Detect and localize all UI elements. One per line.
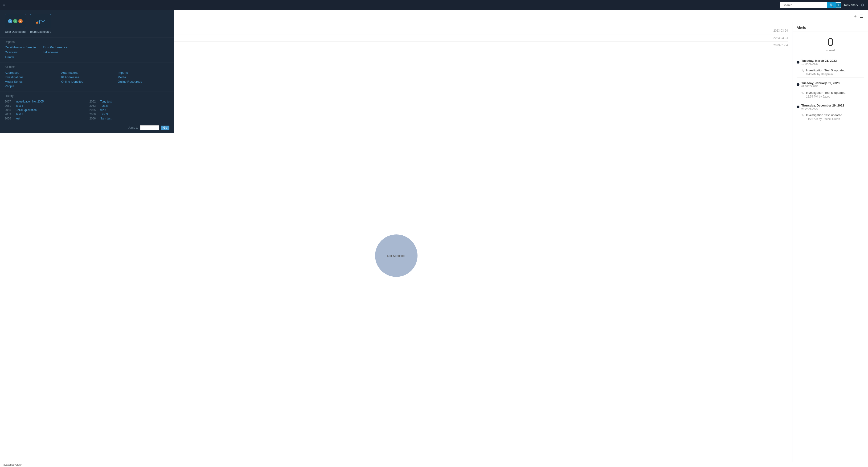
team-chart-svg bbox=[36, 18, 45, 25]
timeline-dot-1 bbox=[797, 61, 800, 64]
takedowns-link[interactable]: Takedowns bbox=[43, 50, 67, 55]
alerts-title: Alerts bbox=[797, 26, 806, 29]
online-resources-link[interactable]: Online Resources bbox=[118, 80, 169, 84]
history-item-2066: 2066 Sam test bbox=[90, 116, 169, 121]
header-actions: + ☰ bbox=[854, 14, 863, 19]
history-item-2059: 2059 Test 2 bbox=[5, 112, 85, 116]
history-name-2060[interactable]: Test 3 bbox=[100, 113, 108, 116]
ip-addresses-link[interactable]: IP Addresses bbox=[61, 75, 113, 80]
user-dashboard-icon-box: ● ↺ ▦ bbox=[5, 14, 26, 28]
history-name-2065[interactable]: w23t bbox=[100, 108, 106, 112]
timeline-group-3: Thursday, December 29, 2022 94 DAYS AGO … bbox=[797, 104, 864, 122]
mini-circle-orange: ▦ bbox=[19, 19, 23, 23]
edit-icon-2: ✎ bbox=[801, 91, 804, 98]
add-button[interactable]: + bbox=[854, 14, 857, 19]
list-view-button[interactable]: ☰ bbox=[860, 14, 863, 19]
all-items-section: All items Addresses Investigations Media… bbox=[0, 62, 174, 91]
timeline-days-ago-1: 12 DAYS AGO bbox=[801, 62, 837, 65]
jump-to-input[interactable] bbox=[140, 125, 159, 130]
history-name-2066[interactable]: Sam test bbox=[100, 117, 112, 120]
timeline-date-text-3: Thursday, December 29, 2022 bbox=[801, 104, 844, 107]
addresses-link[interactable]: Addresses bbox=[5, 70, 57, 75]
user-name: Tony Stark bbox=[844, 3, 858, 7]
timeline-entry-1: ✎ Investigation 'Test 5' updated. 8:43 A… bbox=[797, 67, 864, 77]
retail-analysis-link[interactable]: Retail Analysis Sample bbox=[5, 45, 36, 50]
history-col-1: 2067 Investigation No. 2005 2061 Test 4 … bbox=[5, 99, 85, 121]
all-items-col-3: Imports Media Online Resources bbox=[118, 70, 169, 88]
history-name-2059[interactable]: Test 2 bbox=[16, 113, 23, 116]
history-id-2063: 2063 bbox=[90, 104, 98, 107]
alerts-panel: Alerts 0 unread Tuesday, March 21, 2023 bbox=[793, 22, 868, 467]
trends-link[interactable]: Trends bbox=[5, 55, 36, 59]
svg-rect-1 bbox=[39, 21, 40, 24]
media-series-link[interactable]: Media Series bbox=[5, 80, 57, 84]
entry-time-1: 8:43 AM by Benjamin bbox=[806, 72, 846, 76]
timeline-date-text-2: Tuesday, January 31, 2023 bbox=[801, 81, 839, 85]
timeline-entry-3: ✎ Investigation 'test' updated. 11:23 AM… bbox=[797, 112, 864, 122]
history-item-2063: 2063 Test 5 bbox=[90, 104, 169, 108]
history-id-2066: 2066 bbox=[90, 117, 98, 120]
overview-link[interactable]: Overview bbox=[5, 50, 36, 55]
history-id-2056: 2056 bbox=[5, 117, 13, 120]
media-link[interactable]: Media bbox=[118, 75, 169, 80]
timeline-date-info-3: Thursday, December 29, 2022 94 DAYS AGO bbox=[801, 104, 844, 110]
history-name-2063[interactable]: Test 5 bbox=[100, 104, 108, 107]
history-section: History 2067 Investigation No. 2005 2061… bbox=[0, 91, 174, 123]
timeline: Tuesday, March 21, 2023 12 DAYS AGO ✎ In… bbox=[793, 56, 868, 129]
search-input[interactable] bbox=[780, 2, 827, 8]
history-grid: 2067 Investigation No. 2005 2061 Test 4 … bbox=[5, 99, 169, 121]
timeline-date-text-1: Tuesday, March 21, 2023 bbox=[801, 59, 837, 62]
history-name-2061[interactable]: Test 4 bbox=[16, 104, 23, 107]
history-id-2055: 2055 bbox=[5, 108, 13, 112]
hamburger-icon[interactable]: ≡ bbox=[3, 3, 5, 7]
status-text: javascript:void(0); bbox=[3, 463, 23, 466]
imports-link[interactable]: Imports bbox=[118, 70, 169, 75]
user-dashboard-item[interactable]: ● ↺ ▦ User Dashboard bbox=[5, 14, 26, 33]
timeline-date-info-2: Tuesday, January 31, 2023 61 DAYS AGO bbox=[801, 81, 839, 88]
timeline-dot-3 bbox=[797, 105, 800, 108]
entry-info-1: Investigation 'Test 5' updated. 8:43 AM … bbox=[806, 68, 846, 76]
topbar-right: 🔍 ▼ Tony Stark ⚙ bbox=[780, 2, 864, 8]
all-items-col-2: Automations IP Addresses Online Identiti… bbox=[61, 70, 113, 88]
history-id-2062: 2062 bbox=[90, 100, 98, 103]
timeline-date-header-3: Thursday, December 29, 2022 94 DAYS AGO bbox=[797, 104, 864, 110]
history-col-2: 2062 Tony test 2063 Test 5 2065 w23t 206… bbox=[90, 99, 169, 121]
history-id-2067: 2067 bbox=[5, 100, 13, 103]
mini-line bbox=[36, 18, 45, 25]
firm-performance-link[interactable]: Firm Performance bbox=[43, 45, 67, 50]
history-name-2056[interactable]: test bbox=[16, 117, 20, 120]
team-dashboard-label: Team Dashboard bbox=[30, 30, 51, 33]
alerts-count: 0 bbox=[827, 36, 834, 48]
search-dropdown-button[interactable]: ▼ bbox=[836, 3, 841, 7]
edit-icon-3: ✎ bbox=[801, 114, 804, 121]
search-button[interactable]: 🔍 bbox=[827, 2, 836, 8]
reports-label-spacer bbox=[43, 40, 67, 43]
dropdown-overlay: ● ↺ ▦ User Dashboard bbox=[0, 10, 174, 133]
team-dashboard-item[interactable]: Team Dashboard bbox=[30, 14, 51, 33]
history-item-2061: 2061 Test 4 bbox=[5, 104, 85, 108]
alerts-header: Alerts bbox=[793, 22, 868, 32]
history-item-2055: 2055 ChildExploitation bbox=[5, 108, 85, 112]
user-dash-icons: ● ↺ ▦ bbox=[8, 19, 23, 23]
history-name-2062[interactable]: Tony test bbox=[100, 100, 112, 103]
settings-icon[interactable]: ⚙ bbox=[861, 3, 864, 7]
automations-link[interactable]: Automations bbox=[61, 70, 113, 75]
svg-rect-0 bbox=[36, 22, 38, 24]
jump-go-button[interactable]: Go bbox=[161, 126, 169, 130]
history-id-2065: 2065 bbox=[90, 108, 98, 112]
history-id-2060: 2060 bbox=[90, 113, 98, 116]
timeline-entry-2: ✎ Investigation 'Test 5' updated. 12:54 … bbox=[797, 90, 864, 100]
entry-time-2: 12:54 PM by Jacob bbox=[806, 95, 846, 98]
timeline-dot-2 bbox=[797, 83, 800, 86]
alerts-unread-label: unread bbox=[826, 49, 835, 52]
people-link[interactable]: People bbox=[5, 84, 57, 88]
online-identities-link[interactable]: Online Identities bbox=[61, 80, 113, 84]
status-bar: javascript:void(0); bbox=[0, 462, 868, 467]
topbar: ≡ 🔍 ▼ Tony Stark ⚙ bbox=[0, 0, 868, 10]
mini-circle-blue: ● bbox=[8, 19, 12, 23]
history-name-2067[interactable]: Investigation No. 2005 bbox=[16, 100, 43, 103]
history-name-2055[interactable]: ChildExploitation bbox=[16, 108, 36, 112]
entry-text-3: Investigation 'test' updated. bbox=[806, 113, 843, 117]
history-item-2067: 2067 Investigation No. 2005 bbox=[5, 99, 85, 104]
investigations-link[interactable]: Investigations bbox=[5, 75, 57, 80]
